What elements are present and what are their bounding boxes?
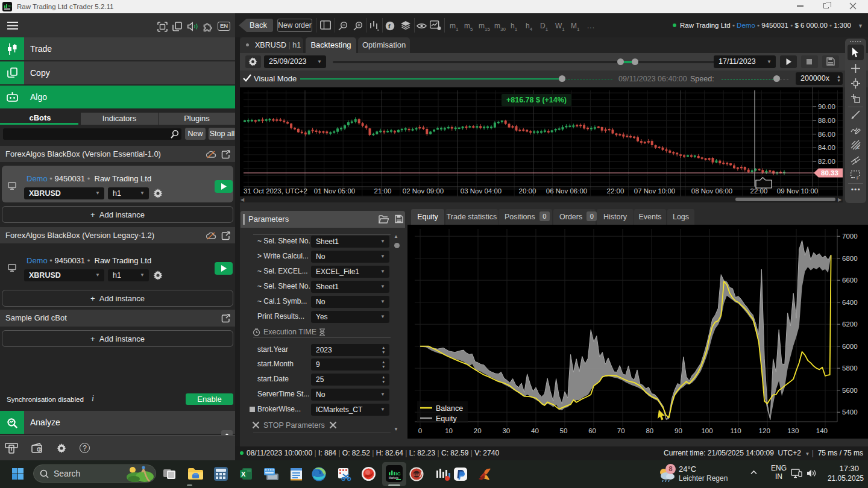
svg-text:31 Oct 2023, UTC+2: 31 Oct 2023, UTC+2 — [244, 187, 307, 195]
svg-text:Markets: Markets — [389, 477, 399, 480]
svg-text:20:00: 20:00 — [519, 187, 536, 195]
svg-text:02 Nov 09:00: 02 Nov 09:00 — [403, 187, 444, 195]
svg-text:07 Nov 10:00: 07 Nov 10:00 — [634, 187, 675, 195]
svg-text:90.00: 90.00 — [818, 103, 835, 110]
svg-text:5800: 5800 — [842, 364, 858, 372]
svg-text:86.00: 86.00 — [818, 131, 835, 138]
svg-text:10: 10 — [445, 427, 453, 434]
svg-text:80.33: 80.33 — [821, 169, 838, 177]
svg-text:21:00: 21:00 — [374, 187, 392, 195]
svg-text:6800: 6800 — [842, 255, 858, 262]
svg-text:03 Nov 04:00: 03 Nov 04:00 — [461, 187, 502, 195]
svg-text:E: E — [857, 146, 860, 149]
svg-text:09 Nov 10:00: 09 Nov 10:00 — [777, 187, 818, 195]
svg-text:120: 120 — [759, 427, 770, 434]
svg-text:IC: IC — [8, 4, 12, 8]
svg-text:SUP: SUP — [414, 473, 421, 477]
svg-text:100: 100 — [701, 427, 712, 434]
svg-text:01 Nov 05:00: 01 Nov 05:00 — [314, 187, 355, 195]
svg-text:130: 130 — [787, 427, 799, 434]
svg-text:84.00: 84.00 — [818, 144, 835, 151]
svg-text:6200: 6200 — [842, 321, 858, 328]
svg-text:70: 70 — [617, 427, 625, 434]
svg-text:110: 110 — [730, 427, 741, 434]
svg-text:20: 20 — [474, 427, 482, 434]
svg-text:+816.78 $ (+14%): +816.78 $ (+14%) — [506, 96, 567, 104]
svg-text:0: 0 — [418, 427, 422, 434]
svg-text:6000: 6000 — [842, 343, 858, 350]
svg-text:Balance: Balance — [436, 404, 463, 413]
svg-text:f: f — [388, 22, 391, 30]
svg-text:60: 60 — [588, 427, 596, 434]
svg-text:82.00: 82.00 — [818, 158, 835, 165]
svg-text:08 Nov 06:00: 08 Nov 06:00 — [691, 187, 732, 195]
svg-text:22:00: 22:00 — [607, 187, 624, 195]
svg-text:6600: 6600 — [842, 277, 858, 284]
svg-text:22:00: 22:00 — [750, 187, 768, 195]
svg-text:88.00: 88.00 — [818, 117, 835, 124]
svg-text:X: X — [241, 471, 246, 478]
svg-text:06 Nov 06:00: 06 Nov 06:00 — [546, 187, 587, 195]
svg-text:80: 80 — [646, 427, 653, 434]
svg-text:90: 90 — [675, 427, 682, 434]
svg-text:5400: 5400 — [842, 408, 858, 416]
svg-text:F: F — [857, 176, 859, 180]
svg-text:Equity: Equity — [436, 414, 457, 423]
svg-text:5600: 5600 — [842, 387, 858, 394]
svg-text:7000: 7000 — [842, 233, 858, 240]
svg-text:50: 50 — [560, 427, 568, 434]
svg-text:6400: 6400 — [842, 299, 858, 306]
svg-text:140: 140 — [816, 427, 828, 434]
svg-text:30: 30 — [502, 427, 510, 434]
svg-text:40: 40 — [531, 427, 539, 434]
